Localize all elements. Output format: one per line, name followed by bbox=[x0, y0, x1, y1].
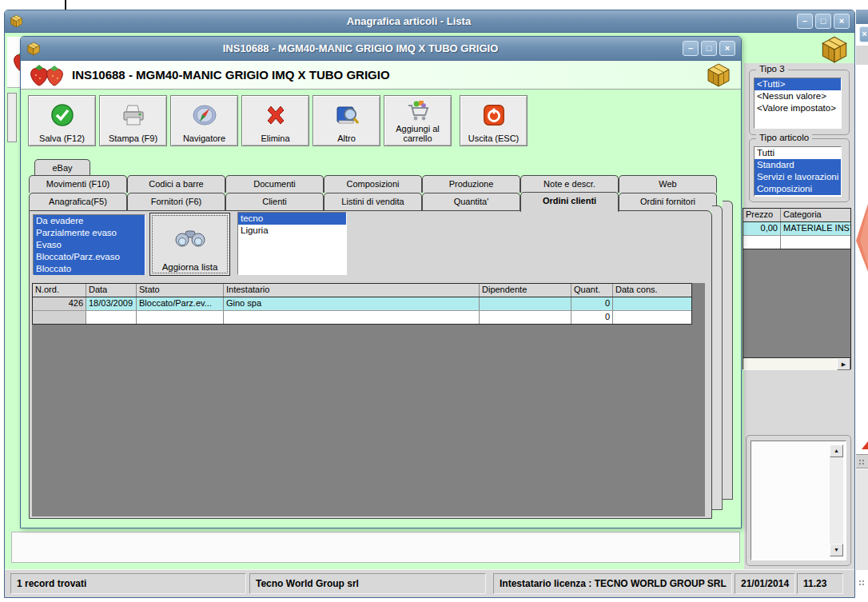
orders-tab-panel: Da evadereParzialmente evasoEvasoBloccat… bbox=[29, 210, 712, 519]
outer-close-button[interactable]: × bbox=[834, 14, 850, 29]
tab-composizioni[interactable]: Composizioni bbox=[324, 175, 422, 193]
delete-button[interactable]: Elimina bbox=[241, 95, 309, 146]
list-item[interactable]: <Tutti> bbox=[755, 78, 841, 90]
inner-maximize-button[interactable]: □ bbox=[701, 41, 717, 56]
category-cell[interactable] bbox=[781, 236, 850, 249]
cube-icon-large bbox=[820, 35, 849, 64]
col-nord[interactable]: N.ord. bbox=[33, 284, 86, 297]
col-dipendente[interactable]: Dipendente bbox=[480, 284, 571, 297]
list-item[interactable]: Bloccato/Parz.evaso bbox=[34, 251, 145, 263]
check-icon bbox=[50, 96, 75, 134]
list-item[interactable]: Composizioni bbox=[755, 183, 841, 195]
background-panel-fragment bbox=[856, 469, 868, 570]
outer-maximize-button[interactable]: □ bbox=[815, 14, 831, 29]
price-col-header[interactable]: Prezzo bbox=[743, 209, 781, 221]
desktop-top-strip bbox=[0, 0, 868, 10]
inner-titlebar[interactable]: INS10688 - MGM40-MANIC GRIGIO IMQ X TUBO… bbox=[21, 37, 741, 61]
background-window-sliver: × bbox=[856, 10, 868, 602]
tab-documenti[interactable]: Documenti bbox=[225, 175, 324, 193]
col-data-cons[interactable]: Data cons. bbox=[613, 284, 691, 297]
category-cell[interactable]: MATERIALE INST... bbox=[781, 222, 850, 235]
outer-minimize-button[interactable]: – bbox=[797, 14, 813, 29]
cell-nord[interactable]: 426 bbox=[33, 297, 86, 310]
cell-quant[interactable]: 0 bbox=[571, 311, 613, 324]
notes-area[interactable]: ▲ ▼ bbox=[751, 441, 846, 560]
notes-groupbox: ▲ ▼ bbox=[746, 435, 851, 566]
list-item[interactable]: Servizi e lavorazioni bbox=[755, 171, 841, 183]
background-close-button[interactable]: × bbox=[859, 26, 868, 42]
app-cube-icon bbox=[10, 14, 23, 28]
cell-quant[interactable]: 0 bbox=[571, 297, 613, 310]
order-row-empty[interactable]: 0 bbox=[33, 311, 691, 324]
tab-ordini-clienti[interactable]: Ordini clienti bbox=[520, 192, 619, 212]
cell-intestatario[interactable]: Gino spa bbox=[224, 297, 480, 310]
cell-dipendente[interactable] bbox=[480, 311, 571, 324]
resize-grip[interactable] bbox=[859, 580, 866, 588]
cell-data[interactable]: 18/03/2009 bbox=[86, 297, 137, 310]
tab-clienti[interactable]: Clienti bbox=[225, 193, 324, 211]
save-button[interactable]: Salva (F12) bbox=[28, 95, 96, 146]
tab-web[interactable]: Web bbox=[619, 175, 717, 193]
price-cell[interactable]: 0,00 bbox=[743, 222, 781, 235]
customer-listbox[interactable]: tecnoLiguria bbox=[237, 212, 347, 275]
list-item[interactable]: Evaso bbox=[34, 239, 145, 251]
outer-header-sliver bbox=[7, 37, 21, 88]
price-grid[interactable]: Prezzo Categoria 0,00 MATERIALE INST... … bbox=[743, 208, 851, 369]
order-status-listbox[interactable]: Da evadereParzialmente evasoEvasoBloccat… bbox=[33, 214, 145, 275]
add-to-cart-button[interactable]: Aggiungi al carrello bbox=[384, 95, 452, 146]
print-button[interactable]: Stampa (F9) bbox=[99, 95, 167, 146]
tab-note-e-descr[interactable]: Note e descr. bbox=[520, 175, 619, 193]
tab-codici-a-barre[interactable]: Codici a barre bbox=[127, 175, 225, 193]
scroll-down-button[interactable]: ▼ bbox=[830, 544, 843, 556]
refresh-list-button[interactable]: Aggiorna lista bbox=[149, 213, 230, 276]
notes-vscrollbar[interactable]: ▲ ▼ bbox=[830, 445, 843, 556]
tab-ordini-fornitori[interactable]: Ordini fornitori bbox=[619, 193, 717, 211]
cell-intestatario[interactable] bbox=[224, 311, 480, 324]
category-col-header[interactable]: Categoria bbox=[781, 209, 850, 221]
col-data[interactable]: Data bbox=[86, 284, 137, 297]
tab-ebay[interactable]: eBay bbox=[34, 159, 90, 177]
list-item[interactable]: Bloccato bbox=[34, 263, 145, 275]
tab-listini-di-vendita[interactable]: Listini di vendita bbox=[324, 193, 422, 211]
list-item[interactable]: Standard bbox=[755, 159, 841, 171]
cell-nord[interactable] bbox=[33, 311, 86, 324]
cell-data[interactable] bbox=[86, 311, 137, 324]
order-row-selected[interactable]: 426 18/03/2009 Bloccato/Parz.ev... Gino … bbox=[33, 297, 691, 311]
cell-stato[interactable] bbox=[137, 311, 224, 324]
price-grid-hscrollbar[interactable]: ▶ bbox=[743, 357, 850, 370]
red-fragment bbox=[862, 441, 868, 449]
inner-minimize-button[interactable]: – bbox=[683, 41, 699, 56]
tab-fornitori[interactable]: Fornitori (F6) bbox=[127, 193, 225, 211]
exit-button[interactable]: Uscita (ESC) bbox=[460, 95, 528, 146]
scroll-right-button[interactable]: ▶ bbox=[837, 358, 850, 370]
list-item[interactable]: <Valore impostato> bbox=[755, 102, 841, 114]
scroll-up-button[interactable]: ▲ bbox=[830, 445, 843, 457]
list-item[interactable]: tecno bbox=[238, 213, 346, 225]
col-stato[interactable]: Stato bbox=[137, 284, 224, 297]
list-item[interactable]: Da evadere bbox=[34, 215, 145, 227]
tab-quantita[interactable]: Quantita' bbox=[422, 193, 520, 211]
list-item[interactable]: Parzialmente evaso bbox=[34, 227, 145, 239]
orders-grid[interactable]: N.ord. Data Stato Intestatario Dipendent… bbox=[32, 283, 692, 325]
tipo-articolo-listbox[interactable]: TuttiStandardServizi e lavorazioniCompos… bbox=[754, 146, 842, 197]
outer-titlebar[interactable]: Anagrafica articoli - Lista – □ × bbox=[5, 10, 854, 33]
tab-produzione[interactable]: Produzione bbox=[422, 175, 520, 193]
col-intestatario[interactable]: Intestatario bbox=[224, 284, 480, 297]
tab-anagrafica[interactable]: Anagrafica(F5) bbox=[29, 193, 127, 211]
tipo3-listbox[interactable]: <Tutti><Nessun valore><Valore impostato> bbox=[754, 78, 842, 129]
record-header: INS10688 - MGM40-MANIC GRIGIO IMQ X TUBO… bbox=[21, 61, 741, 90]
col-quant[interactable]: Quant. bbox=[571, 284, 613, 297]
inner-close-button[interactable]: × bbox=[719, 41, 735, 56]
list-item[interactable]: Liguria bbox=[238, 225, 346, 237]
outer-bottom-field bbox=[11, 532, 740, 563]
list-item[interactable]: <Nessun valore> bbox=[755, 90, 841, 102]
list-item[interactable]: Tutti bbox=[755, 147, 841, 159]
cell-stato[interactable]: Bloccato/Parz.ev... bbox=[137, 297, 224, 310]
price-cell[interactable] bbox=[743, 236, 781, 249]
cell-dipendente[interactable] bbox=[480, 297, 571, 310]
other-button[interactable]: Altro bbox=[313, 95, 380, 146]
cell-data-cons[interactable] bbox=[613, 311, 691, 324]
navigator-button[interactable]: Navigatore bbox=[170, 95, 238, 146]
tab-movimenti[interactable]: Movimenti (F10) bbox=[29, 175, 127, 193]
cell-data-cons[interactable] bbox=[613, 297, 691, 310]
